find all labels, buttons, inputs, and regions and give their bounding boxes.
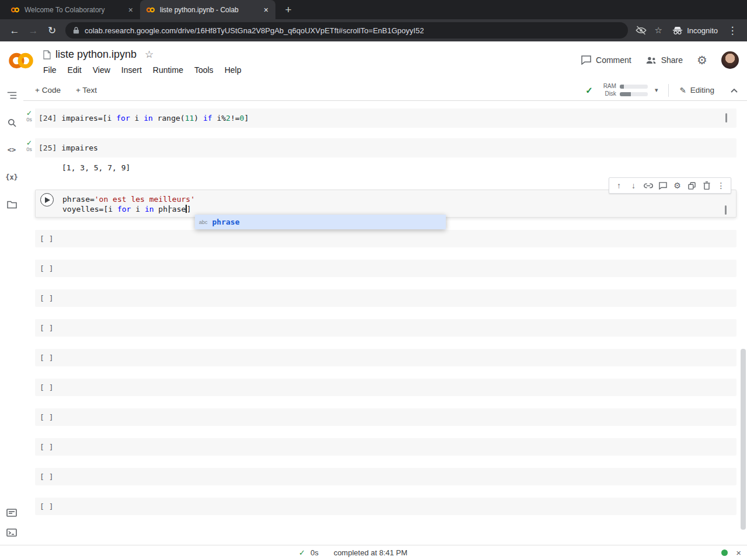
empty-code-cell[interactable]: [ ]	[35, 498, 736, 515]
menu-file[interactable]: File	[43, 65, 57, 75]
empty-code-cell[interactable]: [ ]	[35, 468, 736, 485]
user-avatar[interactable]	[721, 51, 739, 69]
menu-help[interactable]: Help	[225, 65, 242, 75]
browser-tab-welcome[interactable]: Welcome To Colaboratory ×	[5, 0, 140, 19]
add-text-button[interactable]: + Text	[76, 86, 97, 94]
exec-count: [24]	[39, 113, 57, 123]
comment-cell-icon[interactable]	[658, 182, 668, 190]
exec-count-placeholder: [ ]	[40, 443, 53, 452]
exec-count-placeholder: [ ]	[40, 354, 53, 362]
menu-bar: File Edit View Insert Runtime Tools Help	[43, 65, 241, 75]
cell-settings-icon[interactable]: ⚙	[672, 181, 682, 190]
toolbar-right: ✓ RAM Disk ▾ ✎ Editing	[585, 83, 738, 97]
empty-code-cell[interactable]: [ ]	[35, 349, 736, 366]
execution-status-bar: ✓ 0s completed at 8:41 PM ×	[0, 545, 747, 560]
ram-label: RAM	[601, 83, 616, 89]
more-cell-actions-icon[interactable]: ⋮	[716, 181, 726, 190]
back-button[interactable]: ←	[6, 26, 23, 36]
run-cell-button[interactable]	[40, 193, 54, 206]
empty-code-cell[interactable]: [ ]	[35, 379, 736, 396]
notebook-file-icon	[43, 50, 51, 60]
copy-cell-icon[interactable]	[687, 182, 697, 190]
cell-scrollbar	[725, 205, 727, 215]
menu-view[interactable]: View	[93, 65, 110, 75]
share-button[interactable]: Share	[645, 55, 683, 65]
empty-code-cell[interactable]: [ ]	[35, 319, 736, 337]
empty-code-cell[interactable]: [ ]	[35, 260, 736, 277]
incognito-icon	[672, 26, 683, 35]
colab-favicon-icon	[146, 5, 155, 15]
suggestion-text: phrase	[212, 218, 240, 226]
url-text: colab.research.google.com/drive/16Hf8TyU…	[85, 26, 424, 35]
cell-success-icon: ✓	[25, 139, 34, 146]
browser-menu-icon[interactable]: ⋮	[724, 26, 741, 36]
add-code-label: + Code	[35, 86, 61, 94]
code-snippets-icon[interactable]: <>	[5, 144, 19, 156]
empty-code-cell[interactable]: [ ]	[35, 289, 736, 307]
status-duration: 0s	[310, 548, 319, 557]
menu-runtime[interactable]: Runtime	[153, 65, 183, 75]
address-bar[interactable]: colab.research.google.com/drive/16Hf8TyU…	[65, 22, 628, 38]
menu-insert[interactable]: Insert	[121, 65, 142, 75]
refresh-button[interactable]: ↻	[43, 26, 61, 36]
title-row: liste python.ipynb ☆	[43, 48, 153, 61]
add-code-button[interactable]: + Code	[35, 86, 61, 94]
eye-off-icon[interactable]	[633, 26, 649, 35]
browser-tab-active[interactable]: liste python.ipynb - Colab ×	[140, 0, 275, 19]
code-line[interactable]: impaires	[61, 143, 98, 153]
cell-status: ✓ 0s	[25, 139, 34, 152]
menu-edit[interactable]: Edit	[68, 65, 82, 75]
link-cell-icon[interactable]	[643, 183, 653, 188]
active-code-cell[interactable]: phrase='on est les meilleurs' voyelles=[…	[35, 190, 736, 218]
comment-button[interactable]: Comment	[581, 55, 631, 65]
suggestion-type-icon: abc	[199, 219, 208, 225]
settings-gear-icon[interactable]: ⚙	[697, 53, 707, 67]
code-line[interactable]: voyelles=[i for i in phrase]	[62, 204, 195, 214]
tab-close-icon[interactable]: ×	[263, 5, 270, 15]
table-of-contents-icon[interactable]	[5, 89, 19, 101]
empty-code-cell[interactable]: [ ]	[35, 438, 736, 456]
variables-icon[interactable]: {x}	[5, 172, 19, 183]
files-icon[interactable]	[5, 199, 19, 211]
status-close-icon[interactable]: ×	[736, 548, 741, 558]
incognito-label: Incognito	[687, 26, 718, 35]
autocomplete-suggestion[interactable]: abc phrase	[195, 215, 446, 229]
editing-mode-button[interactable]: ✎ Editing	[679, 86, 714, 95]
code-editor[interactable]: phrase='on est les meilleurs' voyelles=[…	[62, 190, 195, 218]
search-icon[interactable]	[5, 117, 19, 128]
browser-tab-strip: Welcome To Colaboratory × liste python.i…	[0, 0, 747, 19]
delete-cell-icon[interactable]	[701, 181, 711, 190]
move-cell-down-icon[interactable]: ↓	[629, 181, 638, 190]
tab-close-icon[interactable]: ×	[127, 5, 134, 15]
resources-dropdown-icon[interactable]: ▾	[655, 86, 658, 94]
notebook-title[interactable]: liste python.ipynb	[55, 48, 137, 61]
empty-code-cell[interactable]: [ ]	[35, 408, 736, 426]
page-scrollbar[interactable]	[741, 349, 746, 530]
header-actions: Comment Share ⚙	[581, 51, 739, 69]
screen: Welcome To Colaboratory × liste python.i…	[0, 0, 747, 560]
colab-header: liste python.ipynb ☆ File Edit View Inse…	[0, 41, 747, 80]
code-cell-24[interactable]: [24] impaires=[i for i in range(11) if i…	[35, 108, 736, 128]
comment-label: Comment	[596, 55, 631, 65]
code-line[interactable]: phrase='on est les meilleurs'	[62, 194, 195, 204]
command-palette-icon[interactable]	[5, 507, 19, 519]
empty-code-cell[interactable]: [ ]	[35, 230, 736, 247]
new-tab-button[interactable]: +	[281, 4, 295, 16]
resources-indicator[interactable]: RAM Disk	[601, 83, 648, 97]
star-notebook-icon[interactable]: ☆	[145, 48, 153, 61]
toolbar-divider	[668, 84, 669, 97]
cell-exec-time: 0s	[25, 117, 34, 123]
terminal-icon[interactable]	[5, 527, 19, 538]
code-line[interactable]: impaires=[i for i in range(11) if i%2!=0…	[61, 113, 249, 123]
code-cell-25[interactable]: [25] impaires	[35, 138, 736, 158]
collapse-toolbar-icon[interactable]	[731, 88, 738, 93]
move-cell-up-icon[interactable]: ↑	[614, 181, 624, 190]
exec-count-placeholder: [ ]	[40, 473, 53, 481]
status-message: completed at 8:41 PM	[334, 548, 407, 557]
bookmark-star-icon[interactable]: ☆	[650, 25, 666, 36]
disk-usage-bar	[620, 92, 648, 96]
forward-button[interactable]: →	[25, 26, 42, 36]
pencil-icon: ✎	[679, 86, 686, 95]
menu-tools[interactable]: Tools	[194, 65, 214, 75]
cell-output: [1, 3, 5, 7, 9]	[62, 163, 130, 172]
